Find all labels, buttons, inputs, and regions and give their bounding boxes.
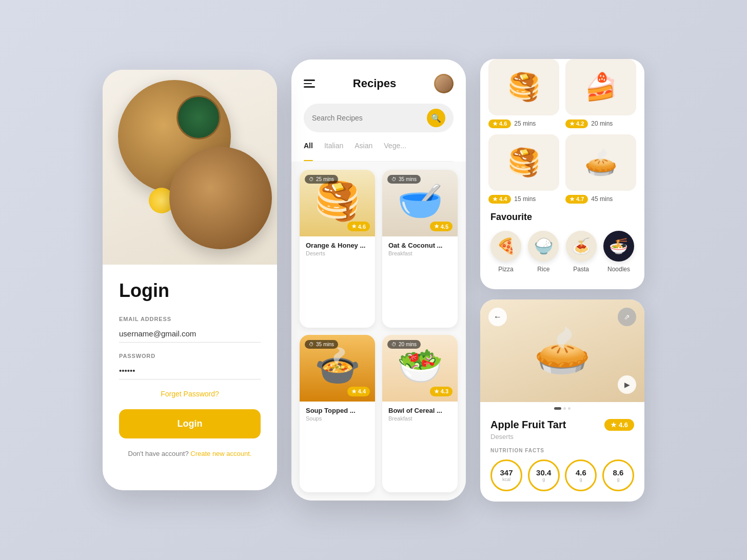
email-field[interactable]	[119, 325, 261, 343]
recipe-card-2[interactable]: ⏱ 35 mins ★ 4.4 Soup Topped ... Soups	[300, 335, 375, 493]
rating-list-0: 4.6	[499, 121, 507, 127]
dot-2	[563, 407, 566, 410]
clock-icon-3: ⏱	[391, 342, 397, 347]
login-screen: Login EMAIL ADDRESS PASSWORD Forget Pass…	[103, 70, 277, 490]
recipes-grid: ⏱ 25 mins ★ 4.6 Orange & Honey ... Deser…	[291, 162, 466, 501]
recipe-list-meta-3: ★ 4.7 45 mins	[565, 195, 636, 204]
recipe-card-image-2: ⏱ 35 mins ★ 4.4	[300, 335, 375, 402]
recipe-list-item-2[interactable]: 🥞 ★ 4.4 15 mins	[488, 134, 559, 204]
recipe-list-img-0: 🥞	[488, 59, 559, 115]
detail-card-image: 🥧 ← ⇗ ▶	[480, 299, 644, 402]
detail-header: Apple Fruit Tart ★ 4.6	[490, 419, 634, 431]
detail-rating-badge: ★ 4.6	[604, 419, 634, 431]
clock-icon-2: ⏱	[309, 342, 314, 347]
time-list-1: 20 mins	[591, 120, 613, 127]
login-button[interactable]: Login	[119, 409, 261, 438]
recipe-card-1[interactable]: ⏱ 35 mins ★ 4.5 Oat & Coconut ... Breakf…	[382, 170, 458, 328]
detail-info: Apple Fruit Tart ★ 4.6 Deserts NUTRITION…	[480, 412, 644, 502]
nutrition-value-1: 30.4	[536, 468, 551, 477]
favourites-section: Favourite 🍕 Pizza 🍚 Rice 🍝 Pasta	[480, 212, 644, 277]
time-text-0: 25 mins	[316, 176, 334, 182]
time-text-1: 35 mins	[399, 176, 417, 182]
clock-icon-1: ⏱	[391, 176, 397, 182]
tab-asian[interactable]: Asian	[355, 142, 372, 154]
create-account-link[interactable]: Create new account.	[190, 450, 251, 457]
tab-all[interactable]: All	[304, 142, 313, 154]
password-field[interactable]	[119, 362, 261, 379]
time-list-0: 25 mins	[514, 120, 536, 127]
avatar-inner	[436, 75, 452, 92]
recipe-list-item-0[interactable]: 🥞 ★ 4.6 25 mins	[488, 59, 559, 128]
category-tabs: All Italian Asian Vege...	[304, 142, 454, 162]
login-title: Login	[119, 280, 261, 302]
nutrition-value-3: 8.6	[613, 468, 624, 477]
recipe-card-info-3: Bowl of Cereal ... Breakfast	[382, 402, 458, 428]
star-icon-list-0: ★	[493, 121, 498, 127]
recipes-title: Recipes	[353, 77, 396, 90]
nutrition-unit-0: kcal	[502, 477, 510, 482]
recipes-screen: Recipes 🔍 All Italian Asian Vege...	[291, 59, 466, 501]
recipe-card-3[interactable]: ⏱ 20 mins ★ 4.3 Bowl of Cereal ... Break…	[382, 335, 458, 493]
fav-item-rice[interactable]: 🍚 Rice	[528, 231, 559, 273]
tab-italian[interactable]: Italian	[324, 142, 343, 154]
search-bar: 🔍	[304, 104, 454, 132]
recipe-list-meta-1: ★ 4.2 20 mins	[565, 119, 636, 128]
star-badge-2: ★ 4.4	[488, 195, 511, 204]
menu-icon[interactable]	[304, 79, 315, 88]
recipes-header: Recipes 🔍 All Italian Asian Vege...	[291, 59, 466, 162]
rating-text-1: 4.5	[441, 224, 448, 230]
forgot-password-link[interactable]: Forget Password?	[119, 390, 261, 398]
back-button[interactable]: ←	[488, 308, 507, 326]
detail-card: 🥧 ← ⇗ ▶ Apple Fruit Tart ★ 4.6 Deser	[480, 299, 644, 502]
search-icon: 🔍	[431, 113, 441, 123]
recipe-card-image-1: ⏱ 35 mins ★ 4.5	[382, 170, 458, 236]
favourites-title: Favourite	[490, 212, 634, 223]
nutrition-value-2: 4.6	[576, 468, 586, 477]
recipe-list-item-1[interactable]: 🍰 ★ 4.2 20 mins	[565, 59, 636, 128]
recipe-name-3: Bowl of Cereal ...	[388, 407, 451, 414]
search-input[interactable]	[312, 114, 422, 122]
star-icon-2: ★	[351, 388, 357, 395]
play-button[interactable]: ▶	[618, 375, 636, 394]
fav-item-pizza[interactable]: 🍕 Pizza	[490, 231, 521, 273]
star-badge-0: ★ 4.6	[488, 119, 511, 128]
password-form-group: PASSWORD	[119, 353, 261, 379]
star-icon-list-2: ★	[493, 196, 498, 203]
recipe-name-0: Orange & Honey ...	[306, 242, 369, 249]
rating-list-3: 4.7	[576, 196, 584, 202]
recipe-card-image-3: ⏱ 20 mins ★ 4.3	[382, 335, 458, 402]
recipe-card-0[interactable]: ⏱ 25 mins ★ 4.6 Orange & Honey ... Deser…	[300, 170, 375, 328]
avatar[interactable]	[434, 74, 454, 93]
search-button[interactable]: 🔍	[427, 109, 445, 127]
rating-badge-0: ★ 4.6	[347, 222, 370, 231]
rating-list-2: 4.4	[499, 196, 507, 202]
recipe-list-meta-0: ★ 4.6 25 mins	[488, 119, 559, 128]
star-badge-3: ★ 4.7	[565, 195, 588, 204]
fav-item-noodles[interactable]: 🍜 Noodles	[603, 231, 634, 273]
recipe-card-info-1: Oat & Coconut ... Breakfast	[382, 236, 458, 263]
nutrition-value-0: 347	[500, 468, 513, 477]
recipe-card-info-2: Soup Topped ... Soups	[300, 402, 375, 428]
rating-text-2: 4.4	[358, 388, 366, 394]
recipes-top-bar: Recipes	[304, 74, 454, 93]
nutrition-circle-2: 4.6 g	[565, 459, 597, 491]
recipe-name-1: Oat & Coconut ...	[388, 242, 451, 249]
recipe-list-card: 🥞 ★ 4.6 25 mins 🍰 ★ 4.2	[480, 59, 644, 289]
nutrition-circle-1: 30.4 g	[528, 459, 560, 491]
fav-label-noodles: Noodles	[607, 266, 630, 273]
fav-item-pasta[interactable]: 🍝 Pasta	[566, 231, 597, 273]
share-button[interactable]: ⇗	[618, 308, 636, 326]
star-icon-0: ★	[351, 223, 357, 230]
detail-category: Deserts	[490, 433, 634, 441]
recipe-category-1: Breakfast	[388, 250, 451, 256]
no-account-text: Don't have account?	[128, 450, 189, 457]
fav-label-pasta: Pasta	[573, 266, 589, 273]
tab-vege[interactable]: Vege...	[384, 142, 406, 154]
dot-3	[568, 407, 571, 410]
nutrition-unit-1: g	[542, 477, 545, 482]
recipe-list-item-3[interactable]: 🥧 ★ 4.7 45 mins	[565, 134, 636, 204]
rating-badge-1: ★ 4.5	[430, 222, 453, 231]
recipe-card-image-0: ⏱ 25 mins ★ 4.6	[300, 170, 375, 236]
detail-rating-value: 4.6	[619, 421, 628, 429]
fav-circle-pasta: 🍝	[566, 231, 597, 262]
